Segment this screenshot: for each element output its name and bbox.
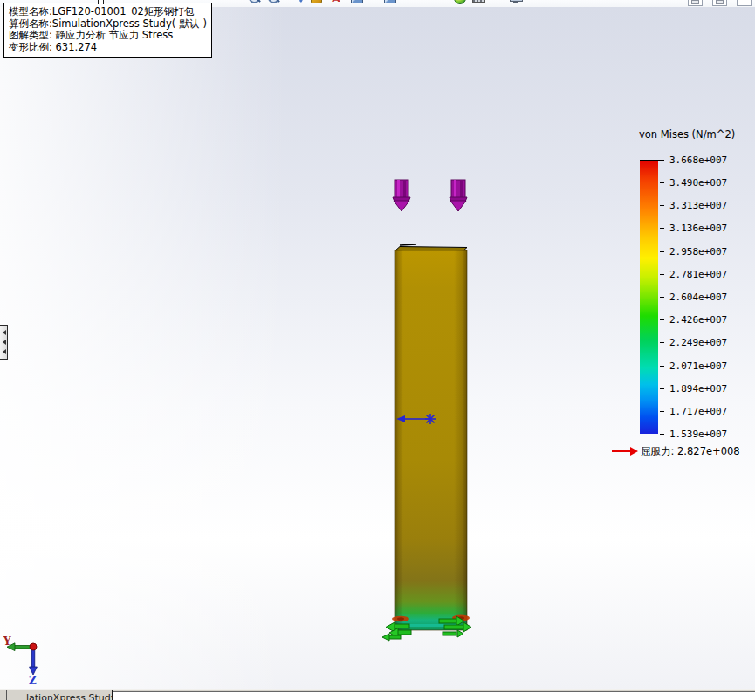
panel-button-2[interactable] (712, 0, 727, 6)
pan-icon[interactable] (311, 0, 325, 6)
panel-divider-notch (98, 0, 104, 4)
tab-label: lationXpress Study (26, 692, 112, 700)
legend-entry: 3.313e+007 (609, 200, 752, 210)
legend-entry: 2.249e+007 (609, 337, 752, 347)
legend-title: von Mises (N/m^2) (639, 128, 735, 141)
legend-entry: 1.894e+007 (609, 383, 752, 394)
zoom-window-icon[interactable] (249, 0, 263, 6)
annotation-model-name: 模型名称:LGF120-01001_02矩形钢打包 (9, 6, 208, 18)
section-view-icon[interactable] (384, 0, 398, 6)
legend-entry: 3.136e+007 (609, 223, 752, 233)
load-arrow-right (450, 180, 467, 211)
monitor-icon[interactable] (510, 0, 524, 6)
load-arrow-left (393, 180, 410, 211)
legend-entry: 2.604e+007 (609, 292, 752, 302)
triad-z-label: Z (29, 675, 37, 686)
render-sphere-icon[interactable] (454, 0, 468, 6)
yield-arrowhead-icon (630, 447, 638, 456)
panel-button-1[interactable] (688, 0, 703, 6)
tab-simulationxpress-study[interactable]: lationXpress Study (7, 690, 112, 700)
chevron-left-icon (3, 330, 6, 335)
panel-button-3[interactable] (737, 0, 752, 6)
yield-strength-value: 屈服力: 2.827e+008 (641, 445, 740, 458)
triad-y-label: Y (3, 635, 11, 648)
legend-entry: 2.958e+007 (609, 246, 752, 257)
legend-entry: 2.426e+007 (609, 314, 752, 325)
legend-entry: 2.071e+007 (609, 360, 752, 371)
view-settings-icon[interactable] (422, 0, 436, 6)
plot-annotation-box: 模型名称:LGF120-01001_02矩形钢打包 算例名称:Simulatio… (3, 3, 212, 58)
orientation-triad: Y Z (2, 630, 56, 686)
status-bar-field (113, 691, 755, 700)
annotation-a-icon[interactable]: A (329, 0, 343, 6)
legend-entry: 3.668e+007 (609, 154, 752, 165)
legend-entry: 1.539e+007 (609, 429, 752, 439)
legend-entry: 1.717e+007 (609, 406, 752, 416)
rotate-view-icon[interactable] (291, 0, 305, 6)
tube-body (392, 244, 470, 630)
fixture-arrows-left (382, 622, 411, 641)
chevron-left-icon (3, 340, 6, 345)
von-mises-legend: von Mises (N/m^2) 3.668e+007 3.490e+007 … (609, 127, 752, 469)
scene-pattern-icon[interactable] (472, 0, 486, 6)
zoom-fit-icon[interactable] (268, 0, 282, 6)
legend-entry: 2.781e+007 (609, 269, 752, 279)
legend-entry: 3.490e+007 (609, 177, 752, 188)
annotation-study-name: 算例名称:SimulationXpress Study(-默认-) (9, 18, 208, 31)
annotation-plot-type: 图解类型: 静应力分析 节应力 Stress (9, 30, 208, 42)
yield-strength-row: 屈服力: 2.827e+008 (609, 445, 752, 457)
yield-arrow-icon (612, 450, 631, 452)
annotation-deformation-scale: 变形比例: 631.274 (9, 42, 208, 54)
stress-model-3d[interactable] (345, 170, 519, 646)
chevron-left-icon (3, 349, 6, 354)
edit-appearance-icon[interactable] (351, 0, 365, 6)
panel-splitter-handle[interactable] (0, 325, 8, 360)
solidworks-simulation-window: A 模型名称:LGF120-01001_02矩形钢打包 算例名称:Simulat… (0, 0, 755, 700)
study-tab-bar: lationXpress Study (0, 689, 755, 700)
